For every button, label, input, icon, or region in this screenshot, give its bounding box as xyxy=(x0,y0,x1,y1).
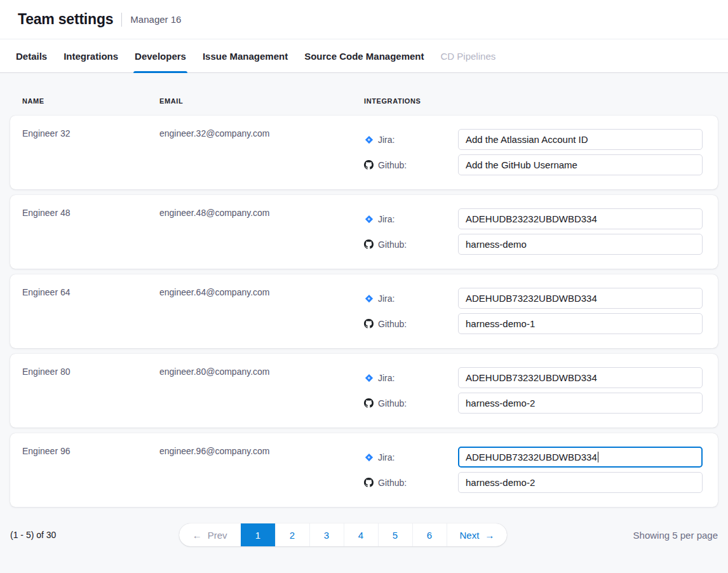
github-username-input[interactable]: harness-demo-1 xyxy=(458,313,703,334)
page-header: Team settings Manager 16 xyxy=(0,0,728,39)
github-label: Github: xyxy=(364,478,458,488)
github-username-input[interactable]: Add the GitHub Username xyxy=(458,154,703,175)
github-icon xyxy=(364,239,374,249)
integrations-cell: Jira: ADEHUDB73232UBDWBD334 Github: harn… xyxy=(364,354,718,428)
page-title: Team settings xyxy=(18,11,113,28)
integrations-cell: Jira: ADEHUDB23232UBDWBD334 Github: harn… xyxy=(364,195,718,269)
jira-label: Jira: xyxy=(364,452,458,462)
table-column-headers: NAME EMAIL INTEGRATIONS xyxy=(10,73,718,116)
column-header-email: EMAIL xyxy=(159,97,364,105)
tab-source-code-management[interactable]: Source Code Management xyxy=(296,39,432,72)
page-button-6[interactable]: 6 xyxy=(412,523,447,546)
github-username-input[interactable]: harness-demo-2 xyxy=(458,393,703,414)
page-button-5[interactable]: 5 xyxy=(378,523,412,546)
github-integration-row: Github: harness-demo-2 xyxy=(364,393,718,414)
prev-page-button[interactable]: ← Prev xyxy=(179,523,241,546)
page-button-4[interactable]: 4 xyxy=(344,523,378,546)
text-caret xyxy=(598,452,599,462)
developer-email: engineer.32@company.com xyxy=(159,116,364,189)
column-header-name: NAME xyxy=(22,97,159,105)
integrations-cell: Jira: ADEHUDB73232UBDWBD334 Github: harn… xyxy=(364,274,718,348)
page-button-1[interactable]: 1 xyxy=(241,523,275,546)
left-arrow-icon: ← xyxy=(192,530,202,541)
table-row: Engineer 80 engineer.80@company.com Jira… xyxy=(10,354,718,428)
developer-email: engineer.80@company.com xyxy=(159,354,364,428)
jira-icon xyxy=(364,373,374,382)
tab-developers[interactable]: Developers xyxy=(126,39,194,72)
github-label: Github: xyxy=(364,398,458,408)
developer-name: Engineer 32 xyxy=(22,116,159,189)
github-username-input[interactable]: harness-demo-2 xyxy=(458,472,703,493)
table-row: Engineer 32 engineer.32@company.com Jira… xyxy=(10,116,718,189)
jira-label: Jira: xyxy=(364,293,458,304)
tab-bar: Details Integrations Developers Issue Ma… xyxy=(0,39,728,73)
jira-label: Jira: xyxy=(364,135,458,145)
github-label: Github: xyxy=(364,239,458,250)
jira-icon xyxy=(364,452,374,462)
tab-cd-pipelines: CD Pipelines xyxy=(433,39,504,72)
per-page-text: Showing 5 per page xyxy=(508,530,718,541)
jira-integration-row: Jira: ADEHUDB73232UBDWBD334 xyxy=(364,367,718,388)
pager: ← Prev 1 2 3 4 5 6 Next → xyxy=(179,523,508,546)
jira-label: Jira: xyxy=(364,373,458,383)
developer-email: engineer.48@company.com xyxy=(159,195,364,269)
jira-account-input[interactable]: ADEHUDB73232UBDWBD334 xyxy=(458,367,703,388)
table-row: Engineer 96 engineer.96@company.com Jira… xyxy=(10,433,718,507)
github-label: Github: xyxy=(364,160,458,170)
github-integration-row: Github: Add the GitHub Username xyxy=(364,154,718,175)
github-icon xyxy=(364,398,374,408)
jira-integration-row: Jira: Add the Atlassian Account ID xyxy=(364,129,718,150)
github-icon xyxy=(364,160,374,170)
page-button-3[interactable]: 3 xyxy=(309,523,344,546)
jira-account-input[interactable]: Add the Atlassian Account ID xyxy=(458,129,703,150)
tab-integrations[interactable]: Integrations xyxy=(55,39,126,72)
title-divider xyxy=(121,13,122,27)
developers-panel: NAME EMAIL INTEGRATIONS Engineer 32 engi… xyxy=(0,73,728,573)
github-username-input[interactable]: harness-demo xyxy=(458,234,703,255)
tab-details[interactable]: Details xyxy=(8,39,55,72)
jira-icon xyxy=(364,293,374,303)
results-count: (1 - 5) of 30 xyxy=(10,530,178,540)
table-row: Engineer 64 engineer.64@company.com Jira… xyxy=(10,274,718,348)
jira-label: Jira: xyxy=(364,214,458,224)
github-integration-row: Github: harness-demo-1 xyxy=(364,313,718,334)
developer-name: Engineer 96 xyxy=(22,433,159,507)
developer-name: Engineer 48 xyxy=(22,195,159,269)
jira-integration-row: Jira: ADEHUDB23232UBDWBD334 xyxy=(364,208,718,229)
jira-account-input[interactable]: ADEHUDB23232UBDWBD334 xyxy=(458,208,703,229)
developer-name: Engineer 64 xyxy=(22,274,159,348)
integrations-cell: Jira: ADEHUDB73232UBDWBD334 Github: harn… xyxy=(364,433,718,507)
pagination-bar: (1 - 5) of 30 ← Prev 1 2 3 4 5 6 Next → … xyxy=(10,523,718,546)
github-label: Github: xyxy=(364,319,458,329)
table-row: Engineer 48 engineer.48@company.com Jira… xyxy=(10,195,718,269)
github-integration-row: Github: harness-demo-2 xyxy=(364,472,718,493)
jira-account-input-focused[interactable]: ADEHUDB73232UBDWBD334 xyxy=(458,447,703,468)
developer-email: engineer.96@company.com xyxy=(159,433,364,507)
next-page-button[interactable]: Next → xyxy=(447,523,508,546)
page-button-2[interactable]: 2 xyxy=(275,523,309,546)
github-icon xyxy=(364,478,374,487)
developer-email: engineer.64@company.com xyxy=(159,274,364,348)
jira-integration-row: Jira: ADEHUDB73232UBDWBD334 xyxy=(364,447,718,468)
column-header-integrations: INTEGRATIONS xyxy=(364,97,718,105)
github-integration-row: Github: harness-demo xyxy=(364,234,718,255)
integrations-cell: Jira: Add the Atlassian Account ID Githu… xyxy=(364,116,718,189)
jira-integration-row: Jira: ADEHUDB73232UBDWBD334 xyxy=(364,288,718,309)
jira-icon xyxy=(364,135,374,144)
tab-issue-management[interactable]: Issue Management xyxy=(194,39,296,72)
right-arrow-icon: → xyxy=(485,530,494,541)
developer-name: Engineer 80 xyxy=(22,354,159,428)
jira-icon xyxy=(364,214,374,224)
github-icon xyxy=(364,319,374,328)
page-subtitle: Manager 16 xyxy=(130,14,181,25)
jira-account-input[interactable]: ADEHUDB73232UBDWBD334 xyxy=(458,288,703,309)
